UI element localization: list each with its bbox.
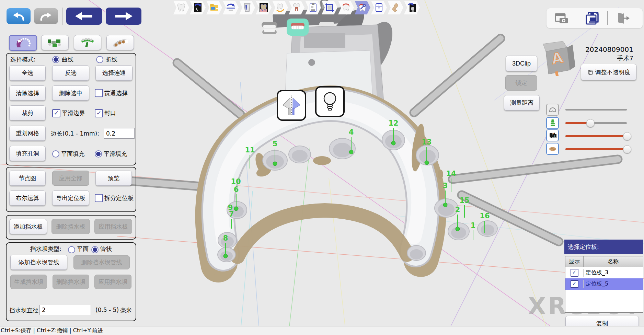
radio-dam-flat[interactable] [68, 246, 75, 253]
implant-opacity-slider[interactable] [565, 122, 627, 124]
radio-flat-fill[interactable] [52, 150, 59, 158]
add-baffle-button[interactable]: 添加挡水板 [9, 219, 47, 234]
measure-distance-button[interactable]: 测量距离 [504, 95, 540, 111]
3dclip-button[interactable]: 3DClip [506, 56, 537, 71]
lightbulb-icon[interactable] [315, 86, 345, 117]
dentures-icon[interactable] [261, 21, 278, 36]
open-folder-icon[interactable] [206, 1, 222, 14]
smile-curve-icon[interactable] [272, 1, 288, 14]
crop-icon[interactable] [322, 1, 337, 14]
apply-all-button[interactable]: 应用全部 [52, 171, 89, 186]
radio-curve[interactable] [52, 56, 59, 63]
slider-handle[interactable] [586, 119, 595, 127]
implant-icon[interactable] [546, 117, 559, 129]
export-plate-button[interactable]: 导出定位板 [52, 190, 89, 206]
marker-dot[interactable] [349, 150, 354, 154]
remove-dam-button[interactable]: 删除挡水坝 [53, 275, 89, 289]
save-icon[interactable] [577, 12, 607, 25]
seal-checkbox[interactable] [95, 109, 103, 117]
gingiva-icon[interactable] [546, 143, 559, 155]
dam-diameter-label: 挡水坝直径 [9, 307, 38, 314]
scan-arrow-icon[interactable] [190, 1, 206, 14]
remove-baffle-button[interactable]: 删除挡水板 [51, 219, 90, 234]
split-plate-checkbox[interactable] [95, 194, 103, 202]
screenshot-icon[interactable] [547, 12, 577, 24]
implant-tooth-icon[interactable] [289, 1, 304, 14]
marker-number: 4 [349, 128, 354, 136]
margin-tooth-icon[interactable] [338, 1, 354, 14]
generate-dam-button[interactable]: 生成挡水坝 [10, 275, 47, 289]
delete-selected-button[interactable]: 删除选中 [52, 85, 89, 101]
show-checkbox[interactable] [571, 280, 578, 288]
tooth-icon[interactable] [173, 1, 189, 14]
marker-number: 15 [459, 196, 469, 205]
remove-dam-pipeline-button[interactable]: 删除挡水坝管线 [73, 255, 130, 269]
gingiva-opacity-slider[interactable] [565, 148, 627, 150]
container-icon[interactable] [371, 1, 387, 14]
nav-forward-button[interactable] [106, 8, 141, 25]
select-all-button[interactable]: 全选 [9, 65, 46, 81]
slider-handle[interactable] [623, 145, 631, 153]
bar-tab-icon[interactable] [106, 35, 134, 50]
crop-button[interactable]: 裁剪 [9, 105, 46, 120]
smooth-boundary-checkbox[interactable] [52, 109, 60, 117]
dam-diameter-input[interactable] [39, 305, 91, 315]
redo-button[interactable] [34, 8, 58, 24]
articulator-icon[interactable] [223, 1, 239, 14]
marker-leader-line [457, 215, 458, 228]
export-bulb-icon[interactable] [404, 1, 420, 14]
through-select-label: 贯通选择 [104, 89, 128, 97]
radio-polyline[interactable] [96, 56, 103, 63]
add-dam-pipeline-button[interactable]: 添加挡水坝管线 [10, 255, 67, 270]
invert-selection-button[interactable]: 反选 [52, 65, 89, 81]
nav-cube[interactable]: A [542, 38, 577, 76]
surgical-guide-model [218, 105, 443, 257]
select-connected-button[interactable]: 选择连通 [95, 65, 133, 81]
marker-dot[interactable] [456, 227, 460, 231]
fill-holes-button[interactable]: 填充孔洞 [9, 146, 46, 161]
preview-button[interactable]: 预览 [95, 171, 132, 186]
marker-dot[interactable] [425, 161, 429, 165]
nav-back-button[interactable] [66, 8, 102, 25]
plate-tab-icon[interactable] [74, 35, 101, 50]
cube-outline-icon [587, 69, 594, 76]
edge-length-input[interactable] [104, 128, 135, 139]
lock-button[interactable]: 锁定 [505, 75, 537, 91]
abutment-opacity-slider[interactable] [565, 135, 627, 137]
column-name: 名称 [584, 256, 643, 267]
crown-opacity-slider[interactable] [565, 109, 627, 111]
upper-denture-icon[interactable] [287, 19, 309, 36]
marker-dot[interactable] [443, 203, 448, 207]
marker-dot[interactable] [223, 254, 228, 258]
radio-dam-tube[interactable] [91, 246, 99, 253]
through-select-checkbox[interactable] [95, 89, 103, 97]
clear-selection-button[interactable]: 清除选择 [9, 85, 46, 101]
teeth-blocks-tab-icon[interactable] [41, 35, 69, 50]
remesh-button[interactable]: 重划网格 [9, 126, 46, 141]
crown-icon[interactable] [546, 104, 559, 116]
repair-tooth-icon[interactable] [355, 1, 370, 14]
report-icon[interactable] [305, 1, 321, 14]
radio-smooth-fill[interactable] [95, 150, 102, 158]
bone-icon[interactable] [388, 1, 403, 14]
exit-icon[interactable] [608, 12, 638, 24]
undo-button[interactable] [7, 8, 31, 24]
marker-dot[interactable] [234, 207, 239, 211]
apply-dam-button[interactable]: 应用挡水坝 [94, 275, 131, 289]
boolean-op-button[interactable]: 布尔运算 [9, 190, 46, 206]
marker-dot[interactable] [391, 141, 396, 146]
slider-handle[interactable] [623, 132, 631, 140]
marker-number: 16 [480, 212, 490, 220]
show-checkbox[interactable] [571, 269, 578, 277]
table-row[interactable]: 定位板_3 [565, 267, 643, 278]
periodontal-tooth-icon[interactable] [256, 1, 272, 14]
margin-line-tab-icon[interactable] [9, 35, 37, 51]
impression-tray-icon[interactable] [239, 1, 255, 14]
adjust-opacity-button[interactable]: 调整不透明度 [581, 64, 636, 80]
abutment-icon[interactable]: 上 [546, 129, 559, 141]
table-row[interactable]: 定位板_5 [565, 278, 643, 290]
node-graph-button[interactable]: 节点图 [9, 171, 46, 186]
marker-dot[interactable] [273, 162, 277, 166]
mirror-flip-icon[interactable] [277, 90, 306, 121]
apply-baffle-button[interactable]: 应用挡水板 [94, 219, 132, 234]
